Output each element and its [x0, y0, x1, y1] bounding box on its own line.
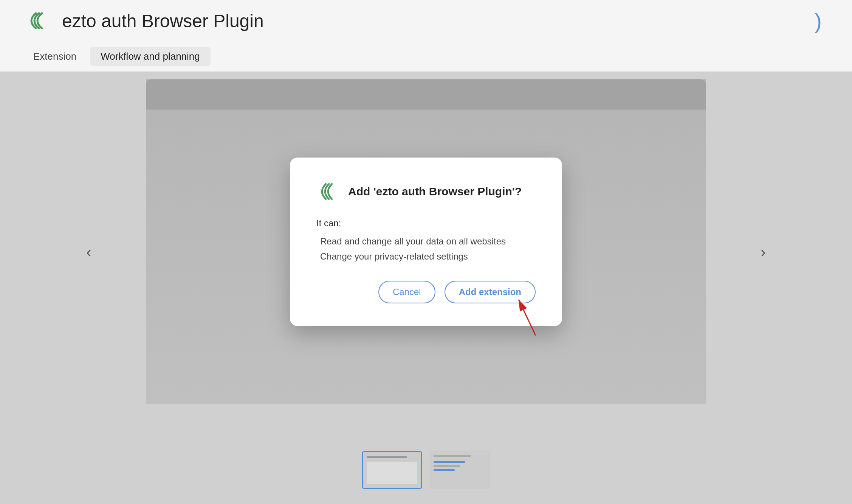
- tab-workflow[interactable]: Workflow and planning: [90, 47, 211, 66]
- chevron-left-icon: ‹: [86, 244, 91, 261]
- dialog-header: Add 'ezto auth Browser Plugin'?: [316, 180, 536, 203]
- dialog-permission-1: Read and change all your data on all web…: [316, 236, 536, 247]
- dialog-body: It can: Read and change all your data on…: [316, 218, 536, 262]
- app-title: ezto auth Browser Plugin: [62, 11, 264, 31]
- thumbnail-1[interactable]: [362, 451, 422, 489]
- add-extension-dialog: Add 'ezto auth Browser Plugin'? It can: …: [290, 158, 562, 326]
- loading-spinner-icon: ): [815, 9, 822, 33]
- chevron-right-icon: ›: [761, 244, 765, 261]
- dialog-permission-2: Change your privacy-related settings: [316, 251, 536, 262]
- dialog-overlay: Add 'ezto auth Browser Plugin'? It can: …: [146, 79, 706, 404]
- tabs-bar: Extension Workflow and planning: [0, 42, 852, 72]
- next-arrow-button[interactable]: ›: [750, 239, 776, 265]
- add-extension-button[interactable]: Add extension: [445, 281, 536, 303]
- svg-line-1: [519, 300, 536, 335]
- dialog-logo-icon: [316, 180, 339, 203]
- logo-area: ezto auth Browser Plugin: [23, 6, 264, 36]
- app-header: ezto auth Browser Plugin ): [0, 0, 852, 42]
- thumbnail-2[interactable]: [430, 451, 490, 489]
- dialog-title: Add 'ezto auth Browser Plugin'?: [348, 185, 522, 198]
- header-right: ): [815, 9, 822, 33]
- ezto-logo-icon: [23, 6, 53, 36]
- thumbnail-strip: [362, 451, 490, 489]
- dialog-buttons: Cancel Add extension: [316, 281, 536, 303]
- tab-extension[interactable]: Extension: [23, 47, 87, 66]
- dialog-it-can-label: It can:: [316, 218, 536, 229]
- cancel-button[interactable]: Cancel: [378, 281, 435, 303]
- prev-arrow-button[interactable]: ‹: [76, 239, 102, 265]
